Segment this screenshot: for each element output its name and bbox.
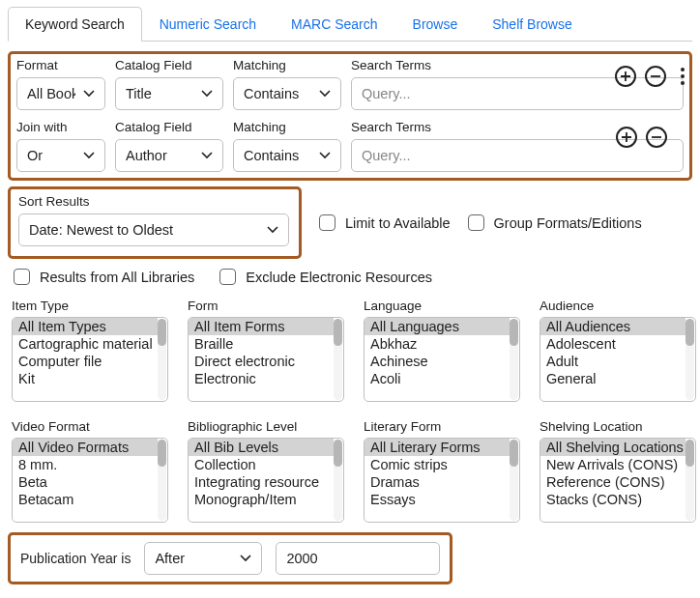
remove-row-button[interactable] bbox=[646, 127, 667, 148]
all-libraries-label: Results from All Libraries bbox=[40, 270, 194, 285]
group-formats-checkbox[interactable]: Group Formats/Editions bbox=[468, 214, 642, 231]
all-libraries-checkbox[interactable]: Results from All Libraries bbox=[14, 269, 194, 285]
format-select[interactable]: All Books bbox=[16, 77, 105, 110]
matching-label: Matching bbox=[233, 58, 341, 72]
list-option[interactable]: Comic strips bbox=[365, 456, 510, 473]
list-option[interactable]: Monograph/Item bbox=[189, 491, 334, 508]
form-label: Form bbox=[188, 299, 344, 313]
shelving-location-list[interactable]: All Shelving LocationsNew Arrivals (CONS… bbox=[540, 438, 696, 523]
search-row-2: Join with Or Catalog Field Author Matchi… bbox=[11, 116, 689, 178]
bib-level-label: Bibliographic Level bbox=[188, 419, 344, 434]
join-value: Or bbox=[27, 148, 43, 163]
list-option[interactable]: Braille bbox=[189, 335, 334, 353]
literary-form-list[interactable]: All Literary FormsComic stripsDramasEssa… bbox=[364, 438, 520, 523]
list-option[interactable]: Adolescent bbox=[540, 335, 685, 353]
form-list[interactable]: All Item FormsBrailleDirect electronicEl… bbox=[188, 317, 344, 402]
list-option[interactable]: All Video Formats bbox=[13, 439, 158, 456]
facet-item-type: Item Type All Item TypesCartographic mat… bbox=[12, 299, 168, 402]
tab-keyword-search[interactable]: Keyword Search bbox=[8, 7, 142, 42]
list-option[interactable]: Cartographic material bbox=[13, 335, 158, 353]
list-option[interactable]: 8 mm. bbox=[13, 456, 158, 473]
video-format-list[interactable]: All Video Formats8 mm.BetaBetacam bbox=[12, 438, 168, 523]
language-label: Language bbox=[364, 299, 520, 313]
list-option[interactable]: Acoli bbox=[365, 370, 510, 387]
list-option[interactable]: Reference (CONS) bbox=[540, 473, 685, 491]
list-option[interactable]: All Audiences bbox=[540, 318, 685, 335]
chevron-down-icon bbox=[319, 88, 331, 100]
row-menu-button[interactable] bbox=[675, 65, 690, 88]
pub-year-input[interactable]: 2000 bbox=[276, 542, 440, 575]
sort-value: Date: Newest to Oldest bbox=[29, 222, 173, 238]
limit-available-checkbox[interactable]: Limit to Available bbox=[319, 214, 451, 231]
list-option[interactable]: Betacam bbox=[13, 491, 158, 508]
list-option[interactable]: All Literary Forms bbox=[365, 439, 510, 456]
tab-shelf-browse[interactable]: Shelf Browse bbox=[475, 7, 589, 42]
item-type-list[interactable]: All Item TypesCartographic materialCompu… bbox=[12, 317, 168, 402]
catalog-field-value-1: Title bbox=[126, 86, 152, 101]
chevron-down-icon bbox=[240, 553, 251, 564]
catalog-field-select-1[interactable]: Title bbox=[115, 77, 223, 110]
catalog-field-value-2: Author bbox=[126, 148, 167, 163]
matching-select-1[interactable]: Contains bbox=[233, 77, 341, 110]
pub-year-highlight: Publication Year is After 2000 bbox=[8, 532, 452, 584]
list-option[interactable]: Adult bbox=[540, 353, 685, 370]
tab-marc-search[interactable]: MARC Search bbox=[274, 7, 394, 42]
chevron-down-icon bbox=[319, 150, 331, 161]
matching-label-2: Matching bbox=[233, 120, 341, 134]
facet-video-format: Video Format All Video Formats8 mm.BetaB… bbox=[12, 419, 168, 523]
catalog-field-select-2[interactable]: Author bbox=[115, 139, 223, 172]
list-option[interactable]: Kit bbox=[13, 370, 158, 387]
limit-available-label: Limit to Available bbox=[345, 215, 451, 231]
pub-year-op-value: After bbox=[155, 551, 185, 566]
list-option[interactable]: All Shelving Locations bbox=[540, 439, 685, 456]
list-option[interactable]: New Arrivals (CONS) bbox=[540, 456, 685, 473]
list-option[interactable]: Dramas bbox=[365, 473, 510, 491]
item-type-label: Item Type bbox=[12, 299, 168, 313]
list-option[interactable]: Achinese bbox=[365, 353, 510, 370]
checkbox-icon bbox=[468, 214, 484, 231]
chevron-down-icon bbox=[267, 224, 278, 236]
list-option[interactable]: Abkhaz bbox=[365, 335, 510, 353]
tab-numeric-search[interactable]: Numeric Search bbox=[142, 7, 274, 42]
list-option[interactable]: General bbox=[540, 370, 685, 387]
checkbox-icon bbox=[14, 269, 30, 285]
checkbox-icon bbox=[219, 269, 236, 285]
audience-list[interactable]: All AudiencesAdolescentAdultGeneral bbox=[540, 317, 696, 402]
list-option[interactable]: Electronic bbox=[189, 370, 334, 387]
matching-value-2: Contains bbox=[244, 148, 299, 163]
facet-literary-form: Literary Form All Literary FormsComic st… bbox=[364, 419, 520, 523]
list-option[interactable]: All Item Forms bbox=[189, 318, 334, 335]
tab-browse[interactable]: Browse bbox=[395, 7, 476, 42]
list-option[interactable]: Computer file bbox=[13, 353, 158, 370]
remove-row-button[interactable] bbox=[645, 66, 666, 87]
list-option[interactable]: Direct electronic bbox=[189, 353, 334, 370]
list-option[interactable]: Essays bbox=[365, 491, 510, 508]
checkbox-icon bbox=[319, 214, 335, 231]
add-row-button[interactable] bbox=[615, 66, 636, 87]
format-label: Format bbox=[16, 58, 105, 72]
exclude-electronic-checkbox[interactable]: Exclude Electronic Resources bbox=[219, 269, 432, 285]
list-option[interactable]: All Item Types bbox=[13, 318, 158, 335]
list-option[interactable]: Collection bbox=[189, 456, 334, 473]
add-row-button[interactable] bbox=[616, 127, 637, 148]
pub-year-op-select[interactable]: After bbox=[144, 542, 262, 575]
format-value: All Books bbox=[27, 86, 75, 101]
list-option[interactable]: Beta bbox=[13, 473, 158, 491]
list-option[interactable]: Integrating resource bbox=[189, 473, 334, 491]
bib-level-list[interactable]: All Bib LevelsCollectionIntegrating reso… bbox=[188, 438, 344, 523]
list-option[interactable]: Stacks (CONS) bbox=[540, 491, 685, 508]
row2-actions bbox=[616, 127, 667, 154]
language-list[interactable]: All LanguagesAbkhazAchineseAcoli bbox=[364, 317, 520, 402]
literary-form-label: Literary Form bbox=[364, 419, 520, 434]
matching-select-2[interactable]: Contains bbox=[233, 139, 341, 172]
search-criteria-highlight: Format All Books Catalog Field Title Mat… bbox=[8, 51, 692, 181]
list-option[interactable]: All Bib Levels bbox=[189, 439, 334, 456]
video-format-label: Video Format bbox=[12, 419, 168, 434]
chevron-down-icon bbox=[201, 88, 213, 100]
tabs: Keyword Search Numeric Search MARC Searc… bbox=[8, 6, 692, 42]
join-select[interactable]: Or bbox=[16, 139, 105, 172]
list-option[interactable]: All Languages bbox=[365, 318, 510, 335]
sort-results-label: Sort Results bbox=[18, 194, 291, 209]
sort-highlight: Sort Results Date: Newest to Oldest bbox=[8, 186, 302, 259]
sort-select[interactable]: Date: Newest to Oldest bbox=[18, 214, 289, 246]
